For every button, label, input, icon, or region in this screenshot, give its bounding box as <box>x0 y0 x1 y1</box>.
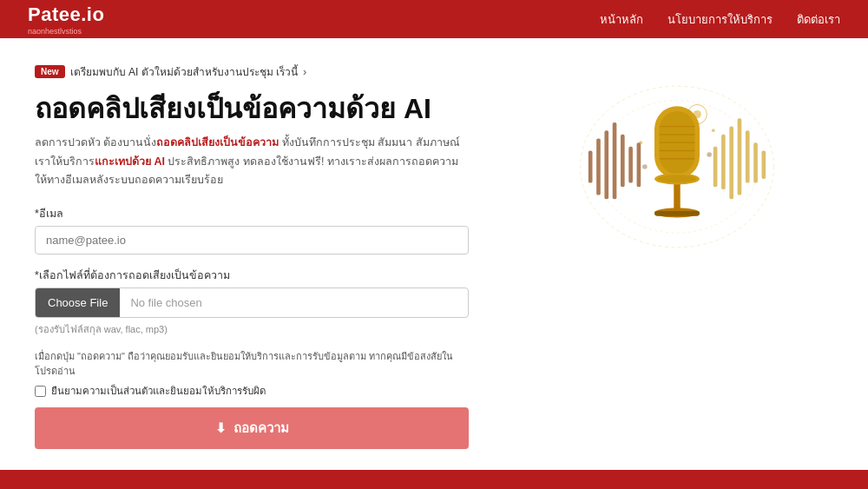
new-badge: New <box>35 65 65 78</box>
file-hint: (รองรับไฟล์สกุล wav, flac, mp3) <box>35 321 521 337</box>
logo: Patee.io naonhestlvstios <box>28 3 104 36</box>
nav-item-contact[interactable]: ติดต่อเรา <box>797 10 840 29</box>
svg-rect-14 <box>753 142 758 182</box>
svg-rect-25 <box>654 211 700 216</box>
svg-rect-2 <box>589 150 593 182</box>
svg-rect-15 <box>762 150 766 179</box>
email-label: *อีเมล <box>35 205 521 222</box>
submit-button[interactable]: ⬇ ถอดความ <box>35 407 469 449</box>
file-input-area: Choose File No file chosen <box>35 287 469 318</box>
mic-illustration <box>564 71 790 262</box>
right-panel <box>538 63 816 262</box>
svg-point-31 <box>707 152 712 157</box>
consent-notice: เมื่อกดปุ่ม "ถอดความ" ถือว่าคุณยอมรับและ… <box>35 349 469 399</box>
submit-label: ถอดความ <box>233 418 289 439</box>
logo-text: Patee.io <box>28 3 104 26</box>
logo-subtext: naonhestlvstios <box>28 28 104 36</box>
submit-icon: ⬇ <box>215 420 227 436</box>
svg-rect-12 <box>738 118 742 195</box>
svg-rect-13 <box>746 130 750 182</box>
consent-text: เมื่อกดปุ่ม "ถอดความ" ถือว่าคุณยอมรับและ… <box>35 349 469 378</box>
svg-rect-7 <box>628 147 633 183</box>
consent-checkbox[interactable] <box>35 386 46 397</box>
svg-rect-9 <box>713 147 718 187</box>
main-content: New เตรียมพบกับ AI ตัวใหม่ด้วยสำหรับงานป… <box>0 38 868 470</box>
consent-checkbox-row: ยืนยามความเป็นส่วนตัวและยินยอมให้บริการร… <box>35 383 469 399</box>
svg-point-33 <box>712 129 715 132</box>
consent-checkbox-label: ยืนยามความเป็นส่วนตัวและยินยอมให้บริการร… <box>51 383 266 399</box>
choose-file-button[interactable]: Choose File <box>36 288 120 317</box>
hero-title: ถอดคลิปเสียงเป็นข้อความด้วย AI <box>35 92 521 125</box>
navbar: Patee.io naonhestlvstios หน้าหลัก นโยบาย… <box>0 0 868 38</box>
file-label: *เลือกไฟล์ที่ต้องการถอดเสียงเป็นข้อความ <box>35 267 521 284</box>
nav-links: หน้าหลัก นโยบายการให้บริการ ติดต่อเรา <box>600 10 840 29</box>
stats-section: 1500+ นาทีที่ถอดความ 60+ ไฟล์เสียงที่ส่ง… <box>0 470 868 489</box>
promo-text: เตรียมพบกับ AI ตัวใหม่ด้วยสำหรับงานประชุ… <box>70 63 298 80</box>
svg-rect-3 <box>596 139 601 195</box>
svg-point-29 <box>694 110 701 118</box>
file-name-display: No file chosen <box>120 289 468 316</box>
email-field[interactable] <box>35 226 469 254</box>
promo-banner[interactable]: New เตรียมพบกับ AI ตัวใหม่ด้วยสำหรับงานป… <box>35 63 306 80</box>
svg-point-27 <box>658 175 697 182</box>
svg-point-30 <box>642 164 648 169</box>
file-form-group: *เลือกไฟล์ที่ต้องการถอดเสียงเป็นข้อความ … <box>35 267 521 337</box>
svg-rect-11 <box>729 127 733 200</box>
svg-rect-8 <box>637 142 641 187</box>
nav-item-home[interactable]: หน้าหลัก <box>600 10 643 29</box>
svg-point-32 <box>639 141 642 144</box>
email-form-group: *อีเมล <box>35 205 521 254</box>
svg-rect-6 <box>621 135 625 187</box>
svg-rect-4 <box>604 130 608 199</box>
nav-item-policy[interactable]: นโยบายการให้บริการ <box>667 10 773 29</box>
hero-desc: ลดการปวดหัว ต้องบานนั่งถอดคลิปเสียงเป็นข… <box>35 134 469 189</box>
promo-arrow-icon: › <box>303 65 306 78</box>
svg-rect-10 <box>721 135 726 189</box>
left-panel: New เตรียมพบกับ AI ตัวใหม่ด้วยสำหรับงานป… <box>35 63 521 449</box>
svg-rect-5 <box>613 122 617 199</box>
